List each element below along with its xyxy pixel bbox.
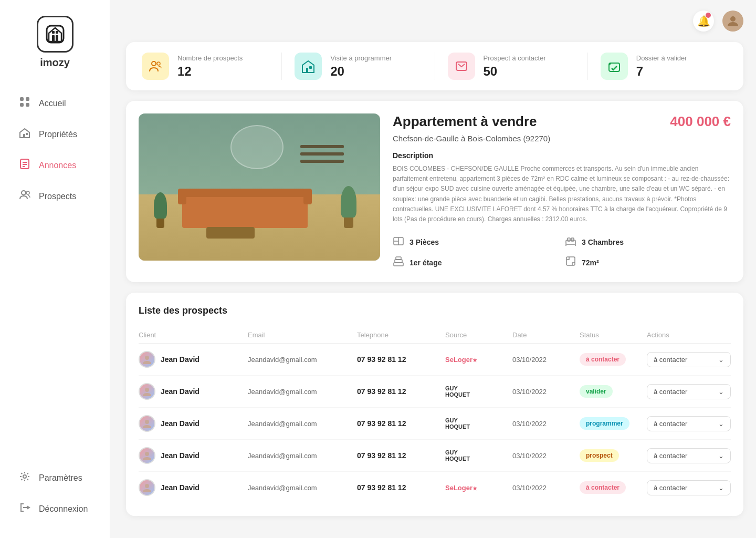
prospects-section-title: Liste des prospects [139, 305, 731, 316]
action-cell-4[interactable]: à contacter ⌄ [647, 448, 731, 463]
client-name-1: Jean David [161, 355, 200, 364]
client-cell-5: Jean David [139, 479, 244, 496]
chevron-down-icon: ⌄ [718, 420, 724, 428]
contact-stat-info: Prospect à contacter 50 [484, 54, 546, 79]
plant-right [337, 186, 361, 228]
svg-point-21 [157, 62, 160, 65]
property-header: Appartement à vendre 400 000 € [393, 113, 731, 130]
action-label-5: à contacter [654, 484, 687, 492]
chambres-icon [565, 235, 576, 249]
property-desc-title: Description [393, 151, 731, 160]
svg-rect-6 [26, 97, 29, 101]
table-row: Jean David Jeandavid@gmail.com 07 93 92 … [139, 408, 731, 440]
etage-icon [393, 255, 404, 270]
email-cell-1: Jeandavid@gmail.com [248, 356, 353, 364]
stat-divider-3 [587, 53, 588, 80]
home-grid-icon [19, 96, 30, 110]
svg-point-16 [26, 191, 29, 194]
action-cell-1[interactable]: à contacter ⌄ [647, 352, 731, 367]
stat-contact: Prospect à contacter 50 [448, 53, 575, 80]
nav-bottom: Paramètres Déconnexion [0, 464, 110, 522]
status-cell-5: à contacter [580, 481, 643, 494]
phone-cell-4: 07 93 92 81 12 [357, 451, 441, 460]
svg-rect-1 [52, 35, 55, 42]
svg-rect-23 [309, 66, 312, 69]
svg-rect-5 [20, 97, 24, 101]
svg-rect-34 [394, 263, 403, 266]
action-select-4[interactable]: à contacter ⌄ [647, 448, 731, 463]
notification-button[interactable]: 🔔 [693, 11, 714, 32]
stat-prospects: Nombre de prospects 12 [142, 53, 269, 80]
guyhoquet-logo-4: GUYHOQUET [445, 449, 508, 462]
col-status: Status [580, 331, 643, 339]
source-cell-3: GUYHOQUET [445, 417, 508, 430]
svg-rect-35 [395, 260, 402, 263]
property-features: 3 Pièces 3 Chambres 1er étage [393, 235, 731, 270]
property-description: BOIS COLOMBES - CHEFSON/DE GAULLE Proche… [393, 164, 731, 224]
action-select-3[interactable]: à contacter ⌄ [647, 416, 731, 431]
source-cell-5: SeLoger★ [445, 484, 508, 492]
action-cell-2[interactable]: à contacter ⌄ [647, 384, 731, 399]
col-actions: Actions [647, 331, 731, 339]
status-cell-1: à contacter [580, 353, 643, 366]
property-image [139, 113, 380, 261]
action-label-2: à contacter [654, 388, 687, 396]
sidebar-item-proprietes[interactable]: Propriétés [10, 121, 99, 148]
contact-stat-label: Prospect à contacter [484, 54, 546, 62]
table-row: Jean David Jeandavid@gmail.com 07 93 92 … [139, 440, 731, 472]
avatar [139, 415, 155, 432]
home-icon [19, 127, 30, 141]
property-card: Appartement à vendre 400 000 € Chefson-d… [126, 101, 743, 282]
svg-point-15 [22, 191, 26, 195]
client-name-3: Jean David [161, 419, 200, 428]
action-select-1[interactable]: à contacter ⌄ [647, 352, 731, 367]
prospects-stat-label: Nombre de prospects [177, 54, 243, 62]
etage-label: 1er étage [410, 258, 442, 267]
settings-icon [19, 471, 30, 485]
nav-menu: Accueil Propriétés Annonces [0, 90, 110, 464]
feature-pieces: 3 Pièces [393, 235, 559, 249]
dossier-stat-value: 7 [636, 64, 687, 79]
phone-cell-1: 07 93 92 81 12 [357, 355, 441, 364]
prospects-stat-icon [142, 53, 169, 80]
svg-rect-30 [568, 238, 570, 241]
date-cell-2: 03/10/2022 [512, 388, 575, 396]
col-source: Source [445, 331, 508, 339]
logo-area: imozy [0, 16, 110, 69]
action-cell-5[interactable]: à contacter ⌄ [647, 480, 731, 495]
svg-rect-8 [26, 103, 29, 107]
sidebar-item-accueil[interactable]: Accueil [10, 90, 99, 117]
action-cell-3[interactable]: à contacter ⌄ [647, 416, 731, 431]
feature-surface: 72m² [565, 255, 731, 270]
user-avatar[interactable] [722, 11, 743, 32]
action-select-2[interactable]: à contacter ⌄ [647, 384, 731, 399]
logo-icon [37, 16, 74, 53]
status-badge-3: programmer [580, 417, 629, 430]
status-badge-2: valider [580, 385, 613, 398]
property-info: Appartement à vendre 400 000 € Chefson-d… [393, 113, 731, 270]
status-badge-1: à contacter [580, 353, 626, 366]
sidebar-item-parametres[interactable]: Paramètres [10, 464, 99, 491]
svg-point-20 [152, 61, 156, 66]
svg-point-41 [145, 452, 149, 456]
status-cell-3: programmer [580, 417, 643, 430]
sidebar-label-accueil: Accueil [39, 99, 66, 108]
client-name-5: Jean David [161, 483, 200, 492]
col-client: Client [139, 331, 244, 339]
top-bar: 🔔 [126, 11, 743, 32]
date-cell-4: 03/10/2022 [512, 452, 575, 460]
sidebar-item-prospects[interactable]: Prospects [10, 183, 99, 210]
avatar [139, 383, 155, 400]
stat-visites: Visite à programmer 20 [295, 53, 422, 80]
svg-point-39 [145, 388, 149, 392]
visites-stat-info: Visite à programmer 20 [330, 54, 392, 79]
date-cell-3: 03/10/2022 [512, 420, 575, 428]
guyhoquet-logo-3: GUYHOQUET [445, 417, 508, 430]
svg-rect-3 [52, 31, 55, 34]
svg-rect-7 [20, 103, 24, 107]
client-cell-4: Jean David [139, 447, 244, 464]
sidebar-item-deconnexion[interactable]: Déconnexion [10, 495, 99, 522]
action-label-3: à contacter [654, 420, 687, 428]
action-select-5[interactable]: à contacter ⌄ [647, 480, 731, 495]
sidebar-item-annonces[interactable]: Annonces [10, 152, 99, 179]
